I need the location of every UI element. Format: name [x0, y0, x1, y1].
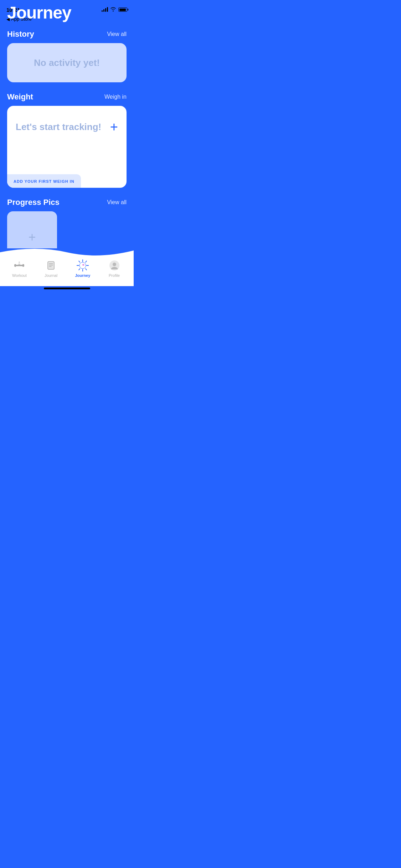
- no-activity-text: No activity yet!: [34, 57, 100, 68]
- page-title: Journey: [7, 3, 127, 22]
- progress-view-all-button[interactable]: View all: [107, 199, 127, 206]
- svg-line-14: [86, 269, 87, 270]
- history-card: No activity yet!: [7, 43, 127, 82]
- profile-icon: [108, 259, 121, 272]
- svg-point-22: [113, 263, 116, 266]
- tab-workout[interactable]: Workout: [4, 259, 35, 278]
- svg-point-20: [82, 264, 84, 266]
- progress-pics-row: + ADD PHOTO: [7, 211, 127, 248]
- weight-section-header: Weight Weigh in: [7, 92, 127, 102]
- add-photo-icon: +: [28, 230, 36, 245]
- svg-rect-6: [48, 262, 54, 269]
- history-view-all-button[interactable]: View all: [107, 31, 127, 37]
- add-weigh-label: ADD YOUR FIRST WEIGH IN: [14, 179, 74, 184]
- add-photo-card[interactable]: + ADD PHOTO: [7, 211, 57, 248]
- svg-line-12: [86, 261, 87, 262]
- tab-journal-label: Journal: [45, 273, 57, 278]
- svg-line-18: [79, 261, 80, 262]
- tab-journey-label: Journey: [75, 273, 90, 278]
- weight-card[interactable]: Let's start tracking! + ADD YOUR FIRST W…: [7, 106, 127, 188]
- tab-bar: Workout Journal: [0, 258, 134, 286]
- weight-title: Weight: [7, 92, 33, 102]
- add-weigh-badge[interactable]: ADD YOUR FIRST WEIGH IN: [7, 174, 81, 188]
- tab-journey[interactable]: Journey: [67, 259, 99, 278]
- svg-rect-4: [24, 264, 24, 267]
- progress-title: Progress Pics: [7, 198, 60, 207]
- svg-point-5: [19, 262, 20, 263]
- journey-icon: [76, 259, 89, 272]
- history-section-header: History View all: [7, 30, 127, 39]
- tracking-empty-text: Let's start tracking!: [16, 122, 101, 133]
- wave-decoration: [0, 247, 134, 258]
- history-title: History: [7, 30, 34, 39]
- weigh-in-button[interactable]: Weigh in: [104, 94, 127, 100]
- add-weight-icon[interactable]: +: [110, 120, 118, 134]
- tab-profile-label: Profile: [109, 273, 120, 278]
- progress-section-header: Progress Pics View all: [7, 198, 127, 207]
- workout-icon: [13, 259, 26, 272]
- svg-line-16: [79, 269, 80, 270]
- home-indicator: [44, 288, 90, 289]
- tab-journal[interactable]: Journal: [35, 259, 67, 278]
- tab-bar-container: Workout Journal: [0, 247, 134, 289]
- journal-icon: [45, 259, 57, 272]
- tab-workout-label: Workout: [12, 273, 27, 278]
- tab-profile[interactable]: Profile: [98, 259, 130, 278]
- main-scroll-area: Journey History View all No activity yet…: [0, 0, 134, 248]
- svg-rect-3: [14, 264, 15, 267]
